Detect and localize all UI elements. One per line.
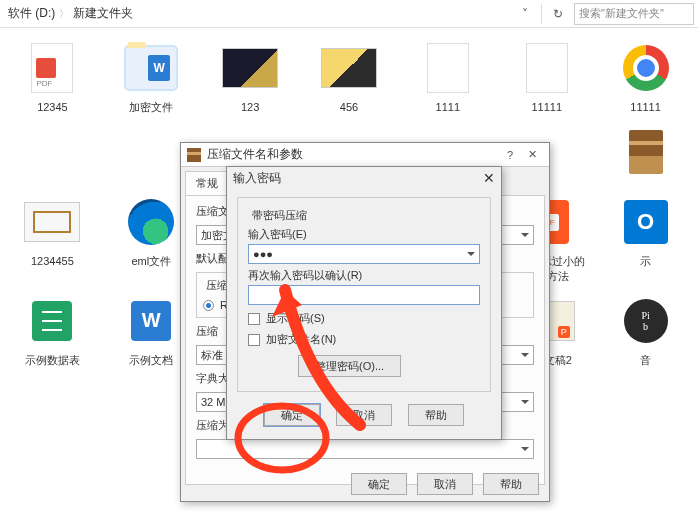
file-item[interactable]: 12345 (6, 40, 99, 114)
chrome-icon (623, 45, 669, 91)
image-icon (222, 48, 278, 88)
file-item[interactable]: 1111 (401, 40, 494, 114)
app-icon: Pib (624, 299, 668, 343)
tab-general[interactable]: 常规 (185, 171, 229, 195)
password-group-title: 带密码压缩 (248, 208, 311, 223)
archive-titlebar: 压缩文件名和参数 ? ✕ (181, 143, 549, 167)
folder-icon: W (126, 47, 176, 89)
breadcrumb-bar: 软件 (D:)〉 新建文件夹 ˅ ↻ 搜索"新建文件夹" (0, 0, 698, 28)
archive-title: 压缩文件名和参数 (207, 146, 303, 163)
file-item[interactable]: 11111 (599, 40, 692, 114)
breadcrumb-drive[interactable]: 软件 (D:)〉 (8, 5, 69, 22)
password-ok-button[interactable]: 确定 (264, 404, 320, 426)
image-icon (321, 48, 377, 88)
winrar-icon (187, 148, 201, 162)
rar-icon (629, 130, 663, 174)
file-icon (427, 43, 469, 93)
file-icon (526, 43, 568, 93)
edge-icon (128, 199, 174, 245)
password-dialog: 输入密码 ✕ 带密码压缩 输入密码(E) ●●● 再次输入密码以确认(R) 显示… (226, 166, 502, 440)
archive-ok-button[interactable]: 确定 (351, 473, 407, 495)
file-item[interactable] (599, 124, 692, 184)
enter-password-label: 输入密码(E) (248, 227, 480, 242)
password-title: 输入密码 (233, 170, 281, 187)
refresh-icon[interactable]: ↻ (546, 2, 570, 26)
dropdown-icon[interactable]: ˅ (513, 2, 537, 26)
close-icon[interactable]: ✕ (521, 148, 543, 161)
archive-cancel-button[interactable]: 取消 (417, 473, 473, 495)
file-item[interactable]: Pib音 (599, 293, 692, 367)
manage-passwords-button[interactable]: 整理密码(O)... (298, 355, 401, 377)
breadcrumb[interactable]: 软件 (D:)〉 新建文件夹 (4, 5, 513, 22)
archive-help-button[interactable]: 帮助 (483, 473, 539, 495)
password-cancel-button[interactable]: 取消 (336, 404, 392, 426)
help-button[interactable]: ? (499, 149, 521, 161)
image-icon (24, 202, 80, 242)
spreadsheet-icon (32, 301, 72, 341)
file-item[interactable]: 1234455 (6, 194, 99, 283)
radio-rar[interactable] (203, 300, 214, 311)
confirm-password-input[interactable] (248, 285, 480, 305)
file-item[interactable]: O示 (599, 194, 692, 283)
file-item[interactable]: 示例数据表 (6, 293, 99, 367)
split-size[interactable] (196, 439, 534, 459)
file-item[interactable]: 123 (204, 40, 297, 114)
outlook-icon: O (624, 200, 668, 244)
word-icon: W (131, 301, 171, 341)
password-input[interactable]: ●●● (248, 244, 480, 264)
file-item[interactable]: 456 (303, 40, 396, 114)
close-icon[interactable]: ✕ (483, 170, 495, 186)
breadcrumb-folder[interactable]: 新建文件夹 (73, 5, 133, 22)
file-item[interactable]: 11111 (500, 40, 593, 114)
password-help-button[interactable]: 帮助 (408, 404, 464, 426)
search-input[interactable]: 搜索"新建文件夹" (574, 3, 694, 25)
file-item[interactable]: W加密文件 (105, 40, 198, 114)
encrypt-names-checkbox[interactable]: 加密文件名(N) (248, 332, 480, 347)
confirm-password-label: 再次输入密码以确认(R) (248, 268, 480, 283)
show-password-checkbox[interactable]: 显示密码(S) (248, 311, 480, 326)
password-titlebar: 输入密码 ✕ (227, 167, 501, 189)
pdf-icon (31, 43, 73, 93)
